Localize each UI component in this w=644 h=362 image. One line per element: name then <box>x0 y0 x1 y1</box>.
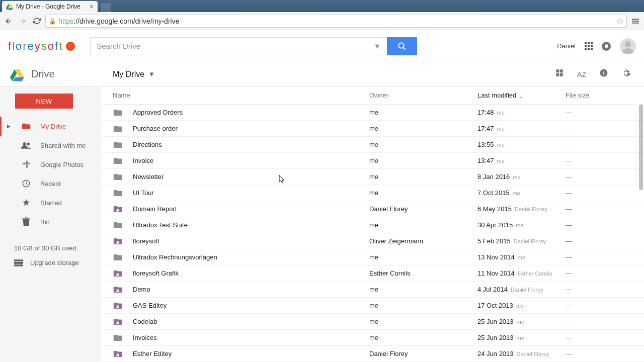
storage-icon <box>14 259 23 266</box>
sort-icon[interactable]: AZ <box>577 70 586 78</box>
search-container: Search Drive ▼ <box>90 37 417 55</box>
file-modified: 24 Jun 2013Daniel Florey <box>477 350 566 357</box>
browser-navbar: 🔒 https://drive.google.com/drive/my-driv… <box>0 12 644 30</box>
file-modified: 4 Jul 2014Daniel Florey <box>477 286 566 293</box>
file-size: — <box>566 237 572 245</box>
file-row[interactable]: Invoice me 13:47me — <box>101 153 644 169</box>
apps-icon[interactable] <box>585 42 593 50</box>
reload-button[interactable] <box>31 16 42 27</box>
search-input[interactable]: Search Drive ▼ <box>90 37 387 55</box>
file-size: — <box>566 334 572 341</box>
address-bar[interactable]: 🔒 https://drive.google.com/drive/my-driv… <box>45 15 627 28</box>
file-name: Esther Editey <box>133 350 369 357</box>
file-size: — <box>566 205 572 213</box>
file-row[interactable]: Purchase order me 17:47me — <box>101 121 644 137</box>
file-row[interactable]: floreysoft Grafik Esther Cornils 11 Nov … <box>101 265 644 282</box>
column-name[interactable]: Name <box>113 92 369 99</box>
file-row[interactable]: Codelab me 25 Jun 2013me — <box>101 314 644 330</box>
sidebar-item-starred[interactable]: Starred <box>0 193 101 212</box>
tab-close-icon[interactable]: × <box>90 3 94 11</box>
file-row[interactable]: Domain Report Daniel Florey 6 May 2015Da… <box>101 201 644 217</box>
sidebar-item-shared[interactable]: Shared with me <box>0 136 101 155</box>
search-dropdown-icon[interactable]: ▼ <box>373 42 381 50</box>
breadcrumb[interactable]: My Drive ▼ <box>101 70 155 79</box>
settings-icon[interactable] <box>621 68 631 80</box>
chevron-down-icon: ▼ <box>148 70 155 78</box>
view-grid-icon[interactable] <box>555 68 564 80</box>
subheader: Drive My Drive ▼ AZ <box>0 62 644 86</box>
file-modified: 13:55me <box>477 141 566 148</box>
file-owner: Daniel Florey <box>369 350 477 357</box>
sidebar-item-photos[interactable]: Google Photos <box>0 155 101 174</box>
browser-menu-icon[interactable] <box>630 16 641 27</box>
new-tab-button[interactable] <box>101 3 111 12</box>
back-button[interactable] <box>3 16 14 27</box>
lock-icon: 🔒 <box>49 18 56 25</box>
file-row[interactable]: Ultradox Rechnungsvorlagen me 13 Nov 201… <box>101 249 644 265</box>
folder-icon <box>113 221 123 229</box>
logo[interactable]: floreysoft <box>8 40 75 53</box>
svg-rect-15 <box>14 259 23 261</box>
file-name: Newsletter <box>133 173 369 180</box>
file-row[interactable]: floreysoft Oliver Zeigermann 5 Feb 2015D… <box>101 233 644 249</box>
forward-button[interactable] <box>17 16 28 27</box>
drive-brand[interactable]: Drive <box>0 67 101 81</box>
url-path: ://drive.google.com/drive/my-drive <box>73 17 179 25</box>
recent-icon <box>21 179 31 188</box>
upgrade-storage-link[interactable]: Upgrade storage <box>14 259 94 266</box>
file-row[interactable]: Directions me 13:55me — <box>101 137 644 153</box>
file-size: — <box>566 125 572 132</box>
sidebar-item-recent[interactable]: Recent <box>0 174 101 193</box>
browser-tabs-bar: My Drive - Google Drive × <box>0 0 644 12</box>
file-row[interactable]: UI Tour me 7 Oct 2015me — <box>101 185 644 201</box>
folder-icon <box>113 157 123 165</box>
file-size: — <box>566 269 572 277</box>
user-name[interactable]: Daniel <box>557 42 576 50</box>
file-row[interactable]: Approved Orders me 17:48me — <box>101 105 644 121</box>
new-button[interactable]: NEW <box>15 94 73 109</box>
svg-rect-16 <box>14 262 23 264</box>
shared-icon <box>21 142 31 149</box>
file-owner: me <box>369 173 477 180</box>
file-row[interactable]: Esther Editey Daniel Florey 24 Jun 2013D… <box>101 346 644 362</box>
file-name: UI Tour <box>133 189 369 197</box>
file-size: — <box>566 253 572 261</box>
browser-tab[interactable]: My Drive - Google Drive × <box>2 1 98 12</box>
sidebar-item-label: Shared with me <box>40 142 86 149</box>
file-modified: 25 Jun 2013me <box>477 334 566 341</box>
drive-logo-icon <box>10 67 24 81</box>
avatar[interactable] <box>620 38 636 54</box>
file-row[interactable]: GAS Editey me 17 Oct 2013me — <box>101 298 644 314</box>
header-right: Daniel <box>557 38 636 54</box>
file-modified: 25 Jun 2013me <box>477 318 566 325</box>
file-size: — <box>566 318 572 325</box>
file-row[interactable]: Ultradox Test Suite me 30 Apr 2015me — <box>101 217 644 233</box>
app-header: floreysoft Search Drive ▼ Daniel <box>0 30 644 62</box>
svg-point-4 <box>625 41 631 47</box>
sidebar-item-drive[interactable]: ▶My Drive <box>0 117 101 136</box>
column-owner[interactable]: Owner <box>369 92 477 99</box>
file-row[interactable]: Newsletter me 8 Jan 2016me — <box>101 169 644 185</box>
file-name: Codelab <box>133 318 369 325</box>
file-name: Approved Orders <box>133 109 369 116</box>
file-name: Ultradox Rechnungsvorlagen <box>133 253 369 261</box>
sidebar-item-label: Starred <box>40 199 62 207</box>
sidebar-item-label: Google Photos <box>40 161 84 168</box>
folder-icon <box>113 302 123 310</box>
bookmark-star-icon[interactable]: ☆ <box>616 16 623 26</box>
file-modified: 13:47me <box>477 157 566 164</box>
sidebar-item-bin[interactable]: Bin <box>0 212 101 231</box>
notifications-icon[interactable] <box>602 42 611 51</box>
sidebar-item-label: My Drive <box>40 123 66 130</box>
file-owner: me <box>369 286 477 293</box>
file-row[interactable]: Demo me 4 Jul 2014Daniel Florey — <box>101 282 644 298</box>
info-icon[interactable] <box>599 68 608 80</box>
column-size[interactable]: File size <box>566 92 644 99</box>
search-button[interactable] <box>387 37 417 55</box>
tab-title: My Drive - Google Drive <box>16 3 80 10</box>
file-owner: me <box>369 318 477 325</box>
sidebar: NEW ▶My DriveShared with meGoogle Photos… <box>0 86 101 362</box>
column-modified[interactable]: Last modified ↓ <box>477 92 566 100</box>
scrollbar[interactable] <box>639 105 643 190</box>
file-row[interactable]: Invoices me 25 Jun 2013me — <box>101 330 644 346</box>
